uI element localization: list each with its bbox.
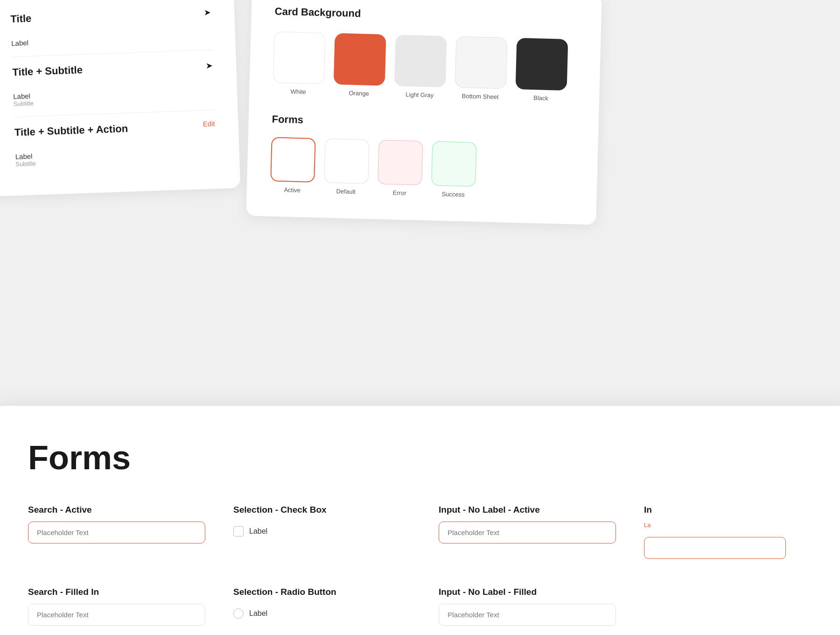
list-item-title-subtitle-action: Title + Subtitle + Action Label Subtitle… [14,110,217,177]
partial-input-field[interactable] [644,537,786,559]
list-item-title-text: Title [10,13,32,26]
swatch-lightgray-box[interactable] [394,35,447,87]
top-right-panel: Card Background White Orange Light Gray … [246,0,602,225]
search-filled-input[interactable] [28,604,205,626]
list-item-action-title: Title + Subtitle + Action [14,123,128,139]
swatch-white-box[interactable] [273,31,326,84]
swatch-lightgray: Light Gray [394,35,447,99]
list-item-label: Label [11,39,32,48]
forms-swatches-section: Forms Active Default Error Success [270,113,575,201]
checkbox-item: Label [233,526,411,536]
checkbox-box[interactable] [233,526,244,536]
color-swatches-container: White Orange Light Gray Bottom Sheet Bla… [273,31,577,102]
form-swatch-error-label: Error [392,189,406,197]
form-swatch-default-label: Default [336,188,356,195]
partial-input-group: In La [644,505,821,559]
form-swatch-default: Default [324,138,370,195]
radio-circle[interactable] [233,608,244,619]
swatch-bottomsheet-label: Bottom Sheet [462,92,499,100]
selection-checkbox-title: Selection - Check Box [233,505,411,515]
form-swatch-error-box[interactable] [378,140,423,185]
selection-radio-group: Selection - Radio Button Label [233,587,411,626]
top-left-panel: Title Label ➤ Title + Subtitle Label Sub… [0,0,240,197]
forms-page-title: Forms [28,438,821,477]
input-no-label-active-group: Input - No Label - Active [439,505,616,559]
arrow-icon: ➤ [204,7,211,18]
form-swatch-active-label: Active [284,186,301,194]
forms-grid: Search - Active Selection - Check Box La… [28,505,821,626]
swatch-bottomsheet-box[interactable] [455,36,508,89]
selection-radio-title: Selection - Radio Button [233,587,411,597]
form-swatch-active-box[interactable] [270,137,315,182]
swatch-orange: Orange [333,33,386,98]
radio-label: Label [249,609,267,618]
selection-checkbox-group: Selection - Check Box Label [233,505,411,559]
card-background-title: Card Background [274,5,578,25]
form-swatch-error: Error [377,140,423,197]
search-filled-group: Search - Filled In [28,587,205,626]
edit-link[interactable]: Edit [203,120,215,128]
partial-input-title: In [644,505,821,515]
form-swatch-success-label: Success [441,190,465,198]
input-no-label-filled-group: Input - No Label - Filled [439,587,616,626]
swatch-white: White [273,31,325,96]
swatch-lightgray-label: Light Gray [406,91,434,99]
form-swatch-active: Active [270,137,316,194]
input-no-label-filled-field[interactable] [439,604,616,626]
list-item-title-subtitle: Title + Subtitle Label Subtitle ➤ [12,50,214,117]
form-swatch-success-box[interactable] [431,141,476,186]
search-active-input[interactable] [28,522,205,543]
bottom-panel: Forms Search - Active Selection - Check … [0,406,840,635]
forms-swatches-title: Forms [272,113,575,133]
form-swatch-default-box[interactable] [324,138,369,183]
search-active-group: Search - Active [28,505,205,559]
list-item-title: Title Label ➤ [10,0,212,57]
search-filled-title: Search - Filled In [28,587,205,597]
checkbox-label: Label [249,527,267,536]
arrow-icon-2: ➤ [206,60,213,71]
input-no-label-active-title: Input - No Label - Active [439,505,616,515]
form-swatches-container: Active Default Error Success [270,137,575,201]
swatch-black: Black [515,38,568,102]
swatch-white-label: White [290,88,306,95]
input-no-label-active-field[interactable] [439,522,616,543]
list-item-title-subtitle-text: Title + Subtitle [12,64,83,78]
swatch-bottomsheet: Bottom Sheet [455,36,507,101]
input-no-label-filled-title: Input - No Label - Filled [439,587,616,597]
swatch-orange-box[interactable] [334,33,386,86]
swatch-black-box[interactable] [516,38,568,91]
swatch-orange-label: Orange [349,90,369,97]
swatch-black-label: Black [533,94,548,102]
search-active-title: Search - Active [28,505,205,515]
form-swatch-success: Success [431,141,476,198]
radio-item: Label [233,608,411,619]
